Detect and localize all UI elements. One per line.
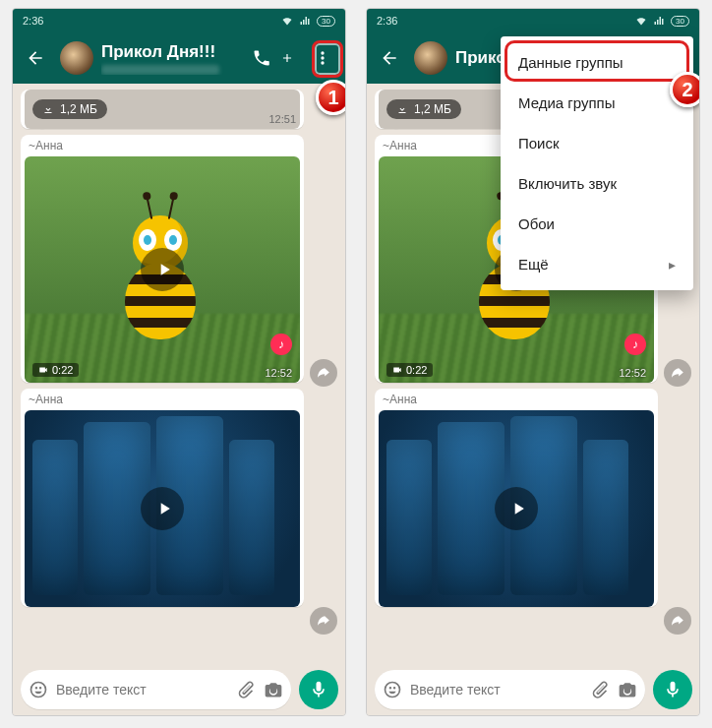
message-time: 12:52 (619, 367, 646, 379)
file-size: 1,2 МБ (414, 102, 451, 116)
camera-icon (618, 680, 637, 699)
chat-title-area[interactable]: Прикол Дня!!! (101, 42, 237, 75)
plus-icon (280, 51, 294, 65)
message-bubble[interactable]: ~Анна (375, 389, 658, 607)
sender-name: ~Анна (375, 389, 658, 406)
menu-item-group-media[interactable]: Медиа группы (501, 83, 693, 123)
emoji-icon (383, 680, 402, 699)
menu-item-group-info[interactable]: Данные группы (501, 42, 693, 83)
chevron-right-icon: ▸ (669, 257, 676, 273)
play-icon (154, 260, 174, 279)
attach-button[interactable] (236, 680, 256, 699)
status-bar: 2:36 30 (367, 9, 699, 32)
video-duration: 0:22 (386, 363, 433, 377)
back-button[interactable] (19, 32, 52, 84)
download-icon (42, 103, 54, 115)
phone-icon (252, 48, 271, 68)
menu-item-unmute[interactable]: Включить звук (501, 163, 693, 204)
paperclip-icon (590, 680, 610, 699)
message-bubble[interactable]: ~Анна 0:22 ♪ 12:52 (21, 135, 304, 383)
signal-icon (653, 15, 665, 27)
art-panel (386, 440, 432, 595)
camera-button[interactable] (264, 680, 283, 699)
phone-screenshot-right: 2:36 30 Прикол Дня!!! 1,2 МБ (366, 8, 700, 716)
art-panel (583, 440, 628, 595)
videocam-icon (38, 365, 48, 375)
camera-button[interactable] (618, 680, 637, 699)
message-input-container[interactable] (21, 670, 291, 709)
status-icons: 30 (635, 15, 689, 27)
message-bubble[interactable]: 1,2 МБ 12:51 (21, 90, 304, 129)
video-thumbnail[interactable]: 0:22 ♪ 12:52 (25, 156, 300, 383)
video-thumbnail[interactable] (25, 410, 300, 607)
add-call-button[interactable] (276, 32, 298, 84)
wifi-icon (635, 15, 647, 27)
play-button[interactable] (141, 487, 184, 530)
sender-name: ~Анна (21, 389, 304, 406)
play-button[interactable] (141, 248, 184, 291)
emoji-icon (29, 680, 48, 699)
chat-area[interactable]: 1,2 МБ 12:51 ~Анна 0:22 ♪ 12:52 (13, 84, 345, 664)
forward-button[interactable] (310, 359, 337, 387)
file-size: 1,2 МБ (60, 102, 97, 116)
video-thumbnail[interactable] (379, 410, 654, 607)
download-pill[interactable]: 1,2 МБ (386, 99, 461, 119)
menu-item-wallpaper[interactable]: Обои (501, 204, 693, 244)
phone-screenshot-left: 2:36 30 Прикол Дня!!! (12, 8, 346, 716)
paperclip-icon (236, 680, 256, 699)
play-button[interactable] (495, 487, 538, 530)
mic-icon (663, 680, 682, 699)
callout-badge-2: 2 (670, 72, 700, 107)
input-bar (367, 664, 699, 715)
art-panel (32, 440, 78, 595)
call-button[interactable] (245, 32, 278, 84)
forward-icon (317, 614, 330, 628)
options-menu: Данные группы Медиа группы Поиск Включит… (501, 36, 693, 290)
forward-button[interactable] (310, 607, 337, 635)
media-download[interactable]: 1,2 МБ (25, 90, 300, 129)
emoji-button[interactable] (29, 680, 48, 699)
play-icon (154, 499, 174, 518)
wifi-icon (281, 15, 293, 27)
arrow-left-icon (26, 48, 45, 68)
mic-icon (309, 680, 328, 699)
attach-button[interactable] (590, 680, 610, 699)
camera-icon (264, 680, 283, 699)
sender-name: ~Анна (21, 135, 304, 152)
input-bar (13, 664, 345, 715)
menu-item-search[interactable]: Поиск (501, 123, 693, 163)
message-input[interactable] (56, 682, 228, 698)
battery-icon: 30 (317, 16, 335, 27)
more-options-button[interactable] (306, 32, 339, 84)
musically-badge: ♪ (270, 334, 292, 355)
mic-button[interactable] (653, 670, 692, 709)
message-bubble[interactable]: ~Анна (21, 389, 304, 607)
signal-icon (299, 15, 311, 27)
group-avatar[interactable] (414, 41, 447, 75)
play-icon (508, 499, 528, 518)
group-avatar[interactable] (60, 41, 93, 75)
status-bar: 2:36 30 (13, 9, 345, 32)
callout-badge-1: 1 (316, 80, 346, 115)
videocam-icon (392, 365, 402, 375)
emoji-button[interactable] (383, 680, 402, 699)
arrow-left-icon (380, 48, 399, 68)
back-button[interactable] (373, 32, 406, 84)
message-time: 12:52 (265, 367, 292, 379)
forward-icon (317, 366, 330, 380)
forward-icon (671, 366, 684, 380)
menu-item-more[interactable]: Ещё▸ (501, 244, 693, 284)
forward-button[interactable] (664, 359, 691, 387)
download-pill[interactable]: 1,2 МБ (32, 99, 107, 119)
message-input[interactable] (410, 682, 582, 698)
bee-illustration (103, 215, 221, 373)
message-input-container[interactable] (375, 670, 645, 709)
status-icons: 30 (281, 15, 335, 27)
download-icon (396, 103, 408, 115)
status-time: 2:36 (23, 15, 43, 27)
app-bar: Прикол Дня!!! (13, 32, 345, 84)
art-panel (229, 440, 274, 595)
forward-button[interactable] (664, 607, 691, 635)
mic-button[interactable] (299, 670, 338, 709)
video-duration: 0:22 (32, 363, 79, 377)
